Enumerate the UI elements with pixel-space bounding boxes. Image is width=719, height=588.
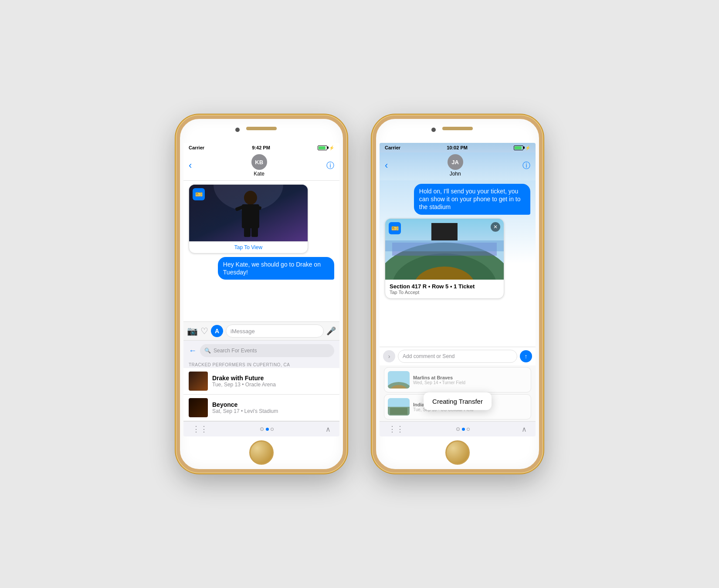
comment-placeholder-2: Add comment or Send bbox=[403, 353, 454, 359]
comment-field-2[interactable]: Add comment or Send bbox=[398, 350, 517, 363]
svg-rect-6 bbox=[244, 226, 251, 237]
bolt-icon-1: ⚡ bbox=[329, 145, 334, 150]
status-bar-2: Carrier 10:02 PM ⚡ bbox=[380, 143, 536, 152]
search-bar-1[interactable]: 🔍 Search For Events bbox=[200, 344, 334, 357]
event-card-1[interactable]: 🎫 bbox=[189, 184, 308, 253]
performer-item-beyonce[interactable]: Beyonce Sat, Sep 17 • Levi's Stadium bbox=[183, 395, 339, 421]
camera-icon-1[interactable]: 📷 bbox=[187, 326, 198, 336]
svg-rect-7 bbox=[251, 226, 258, 237]
clock-icon-2: ⊙ bbox=[456, 426, 460, 432]
phone-2: Carrier 10:02 PM ⚡ ‹ JA John bbox=[373, 115, 543, 473]
apps-grid-icon-2[interactable]: ⋮⋮ bbox=[388, 424, 404, 434]
ticket-card-image-2: 🎫 ✕ bbox=[385, 219, 504, 280]
svg-rect-14 bbox=[431, 223, 458, 240]
battery-fill-2 bbox=[515, 146, 522, 149]
input-bar-1: 📷 ♡ A iMessage 🎤 bbox=[183, 321, 339, 340]
bottom-bar-1: ⋮⋮ ⊙ ∧ bbox=[183, 421, 339, 436]
bottom-bar-2: ⋮⋮ ⊙ ∧ bbox=[380, 421, 536, 436]
sent-message-2: Hold on, I'll send you your ticket, you … bbox=[385, 184, 530, 215]
phone-2-camera bbox=[431, 128, 436, 132]
performer-item-drake[interactable]: Drake with Future Tue, Sep 13 • Oracle A… bbox=[183, 368, 339, 395]
event-card-container-1: 🎫 bbox=[189, 184, 334, 253]
app-icon-1: 🎫 bbox=[193, 188, 205, 200]
sent-bubble-1: Hey Kate, we should go to Drake on Tuesd… bbox=[218, 257, 334, 280]
status-right-2: ⚡ bbox=[514, 145, 530, 150]
sent-message-1: Hey Kate, we should go to Drake on Tuesd… bbox=[189, 257, 334, 280]
apps-icon-1[interactable]: A bbox=[211, 325, 223, 337]
info-button-2[interactable]: ⓘ bbox=[522, 160, 530, 171]
stadium-image-2 bbox=[385, 219, 504, 280]
blurred-card-title-1: Marlins at Braves bbox=[413, 375, 527, 380]
performer-info-drake: Drake with Future Tue, Sep 13 • Oracle A… bbox=[212, 375, 334, 388]
phone-2-screen: Carrier 10:02 PM ⚡ ‹ JA John bbox=[380, 143, 536, 436]
performer-date-drake: Tue, Sep 13 • Oracle Arena bbox=[212, 382, 334, 388]
home-button-1[interactable] bbox=[249, 440, 274, 465]
mic-icon-1[interactable]: 🎤 bbox=[326, 326, 336, 336]
nav-center-1: KB Kate bbox=[251, 154, 267, 177]
chevron-up-icon-1[interactable]: ∧ bbox=[326, 425, 331, 433]
phone-2-wrapper: Carrier 10:02 PM ⚡ ‹ JA John bbox=[373, 115, 543, 473]
blurred-cards-area-2: Marlins at Braves Wed, Sep 14 • Turner F… bbox=[380, 365, 536, 436]
dot-active-2 bbox=[462, 428, 465, 431]
svg-rect-15 bbox=[385, 240, 504, 251]
app-panel-1: ← 🔍 Search For Events TRACKED PERFORMERS… bbox=[183, 340, 339, 436]
phone-1-wrapper: Carrier 9:42 PM ⚡ ‹ KB Kate bbox=[176, 115, 346, 473]
chevron-up-icon-2[interactable]: ∧ bbox=[522, 425, 527, 433]
drake-image bbox=[189, 185, 308, 241]
phones-container: Carrier 9:42 PM ⚡ ‹ KB Kate bbox=[176, 115, 543, 473]
tracked-label-1: TRACKED PERFORMERS IN CUPERTINO, CA bbox=[183, 361, 339, 368]
carrier-1: Carrier bbox=[189, 145, 204, 150]
close-button-2[interactable]: ✕ bbox=[491, 222, 500, 232]
nav-bar-2: ‹ JA John ⓘ bbox=[380, 152, 536, 180]
contact-name-2: John bbox=[450, 171, 461, 177]
event-card-image-1: 🎫 bbox=[189, 185, 308, 241]
comment-input-bar-2: › Add comment or Send ↑ bbox=[380, 347, 536, 365]
blurred-card-sub-1: Wed, Sep 14 • Turner Field bbox=[413, 380, 527, 385]
carrier-2: Carrier bbox=[385, 145, 400, 150]
search-placeholder-1: Search For Events bbox=[214, 348, 257, 354]
app-panel-header-1: ← 🔍 Search For Events bbox=[183, 341, 339, 361]
send-button-2[interactable]: ↑ bbox=[520, 350, 532, 362]
performer-info-beyonce: Beyonce Sat, Sep 17 • Levi's Stadium bbox=[212, 401, 334, 414]
apps-grid-icon-1[interactable]: ⋮⋮ bbox=[192, 424, 208, 434]
ticket-card-details-2: Section 417 R • Row 5 • 1 Ticket Tap To … bbox=[385, 280, 504, 298]
blurred-card-info-1: Marlins at Braves Wed, Sep 14 • Turner F… bbox=[413, 375, 527, 385]
dot-inactive-1 bbox=[271, 428, 274, 431]
blurred-card-img-2 bbox=[388, 398, 410, 416]
info-button-1[interactable]: ⓘ bbox=[326, 160, 334, 171]
time-2: 10:02 PM bbox=[447, 145, 468, 150]
ticket-card-2[interactable]: 🎫 ✕ bbox=[385, 218, 504, 299]
blurred-card-img-1 bbox=[388, 371, 410, 389]
blurred-card-1: Marlins at Braves Wed, Sep 14 • Turner F… bbox=[384, 367, 531, 392]
battery-fill-1 bbox=[319, 146, 326, 149]
messages-area-1: 🎫 bbox=[183, 181, 339, 321]
app-icon-2: 🎫 bbox=[389, 222, 401, 234]
imessage-placeholder-1: iMessage bbox=[231, 328, 255, 335]
performer-thumb-beyonce bbox=[189, 398, 208, 417]
expand-button-2[interactable]: › bbox=[383, 350, 395, 362]
contact-name-1: Kate bbox=[254, 171, 265, 177]
heart-icon-1[interactable]: ♡ bbox=[200, 326, 208, 336]
tap-to-view-1[interactable]: Tap To View bbox=[189, 241, 308, 253]
back-button-2[interactable]: ‹ bbox=[385, 160, 388, 171]
nav-center-2: JA John bbox=[448, 154, 463, 177]
phone-1: Carrier 9:42 PM ⚡ ‹ KB Kate bbox=[176, 115, 346, 473]
avatar-1: KB bbox=[251, 154, 267, 170]
dot-inactive-2 bbox=[467, 428, 470, 431]
svg-point-2 bbox=[244, 191, 257, 205]
performer-thumb-drake bbox=[189, 372, 208, 391]
phone-1-screen: Carrier 9:42 PM ⚡ ‹ KB Kate bbox=[183, 143, 339, 436]
app-panel-back-1[interactable]: ← bbox=[189, 346, 197, 355]
imessage-input-1[interactable]: iMessage bbox=[226, 324, 324, 338]
performer-name-drake: Drake with Future bbox=[212, 375, 334, 382]
phone-2-speaker bbox=[442, 127, 473, 130]
clock-icon-1: ⊙ bbox=[260, 426, 264, 432]
time-1: 9:42 PM bbox=[252, 145, 270, 150]
performer-name-beyonce: Beyonce bbox=[212, 401, 334, 408]
page-dots-2: ⊙ bbox=[456, 426, 470, 432]
back-button-1[interactable]: ‹ bbox=[189, 160, 192, 171]
creating-transfer-overlay: Creating Transfer bbox=[424, 392, 492, 410]
tap-to-accept-2[interactable]: Tap To Accept bbox=[390, 290, 499, 295]
messages-area-2: Hold on, I'll send you your ticket, you … bbox=[380, 180, 536, 347]
home-button-2[interactable] bbox=[445, 440, 470, 465]
